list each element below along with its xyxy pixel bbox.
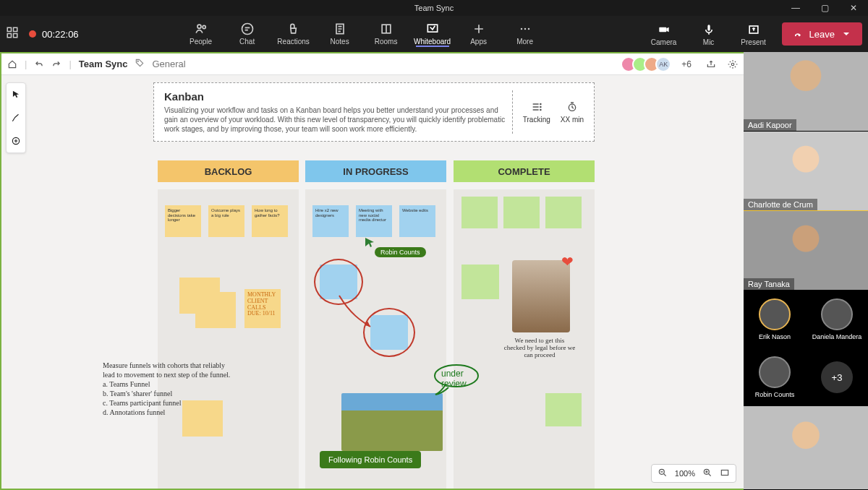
image-elephant[interactable]	[341, 393, 443, 451]
sticky-note[interactable]	[461, 197, 498, 228]
svg-rect-13	[659, 27, 666, 32]
participant-video-panel: Aadi Kapoor Charlotte de Crum Ray Tanaka…	[744, 52, 868, 490]
pointer-tool[interactable]	[7, 83, 25, 106]
add-tool[interactable]	[7, 129, 25, 152]
svg-point-11	[524, 27, 526, 30]
meeting-toolbar: 00:22:06 People Chat Reactions Notes Roo…	[0, 16, 868, 52]
participant-mini-row: Erik Nason Daniela Mandera	[744, 291, 868, 348]
image-dog[interactable]	[512, 260, 570, 332]
zoom-controls: 100%	[651, 464, 736, 483]
people-button[interactable]: People	[184, 22, 218, 47]
chevron-down-icon	[841, 28, 852, 40]
sticky-note[interactable]: Bigger decisions take longer	[165, 205, 201, 237]
svg-point-6	[242, 23, 252, 34]
minimize-button[interactable]: ―	[781, 0, 810, 16]
kanban-desc: Visualizing your workflow and tasks on a…	[164, 106, 512, 134]
zoom-out-button[interactable]	[658, 468, 668, 479]
svg-point-5	[203, 25, 205, 28]
reactions-button[interactable]: Reactions	[277, 22, 310, 47]
fit-screen-button[interactable]	[720, 468, 730, 479]
svg-point-16	[138, 61, 139, 61]
chat-button[interactable]: Chat	[231, 22, 264, 47]
timer-tag: XX min	[561, 101, 584, 124]
present-button[interactable]: Present	[737, 22, 770, 46]
sticky-note[interactable]	[545, 393, 582, 426]
heart-icon: ❤	[561, 253, 574, 270]
window-title: Team Sync	[414, 4, 454, 12]
home-icon[interactable]	[7, 59, 17, 69]
more-participants-count[interactable]: +6	[681, 59, 692, 69]
redo-button[interactable]	[51, 59, 61, 69]
participant-avatars[interactable]: AK	[625, 56, 671, 72]
svg-rect-2	[7, 34, 11, 38]
window-controls: ― ▢ ✕	[781, 0, 868, 16]
sticky-note[interactable]: MONTHLY CLIENT CALLS DUE: 10/11	[244, 289, 281, 328]
svg-point-17	[731, 63, 734, 66]
sticky-note[interactable]: Outcome plays a big role	[208, 205, 244, 237]
maximize-button[interactable]: ▢	[810, 0, 839, 16]
tag-icon[interactable]	[135, 58, 145, 70]
column-header-inprogress: IN PROGRESS	[305, 160, 446, 182]
mic-button[interactable]: Mic	[692, 22, 726, 46]
svg-rect-9	[427, 25, 437, 32]
svg-rect-14	[707, 25, 710, 30]
svg-rect-0	[7, 27, 11, 31]
sticky-note[interactable]	[195, 292, 236, 328]
close-button[interactable]: ✕	[839, 0, 868, 16]
sticky-note[interactable]	[503, 197, 540, 228]
sticky-note[interactable]	[461, 265, 499, 299]
window-titlebar: Team Sync ― ▢ ✕	[0, 0, 868, 16]
svg-rect-1	[14, 27, 17, 31]
participant-video[interactable]	[744, 406, 868, 490]
svg-point-12	[527, 27, 529, 30]
kanban-header: Kanban Visualizing your workflow and tas…	[153, 82, 595, 142]
participant-video[interactable]: Ray Tanaka	[744, 211, 868, 291]
remote-cursor-icon	[365, 237, 375, 247]
remote-cursor-label: Robin Counts	[375, 247, 426, 257]
sticky-note[interactable]: Hire x2 new designers	[312, 205, 349, 237]
pen-tool[interactable]	[7, 106, 25, 129]
svg-point-19	[540, 103, 540, 104]
avatar[interactable]: AK	[655, 56, 671, 72]
apps-button[interactable]: Apps	[462, 22, 495, 47]
notes-button[interactable]: Notes	[323, 22, 357, 47]
following-indicator[interactable]: Following Robin Counts	[320, 451, 421, 468]
undo-button[interactable]	[34, 59, 44, 69]
share-icon[interactable]	[706, 59, 716, 69]
svg-point-10	[520, 27, 522, 30]
zoom-in-button[interactable]	[702, 468, 712, 479]
grid-icon[interactable]	[6, 26, 19, 42]
participant-mini[interactable]: Robin Counts	[744, 348, 806, 406]
camera-button[interactable]: Camera	[647, 22, 681, 46]
participant-mini[interactable]: Daniela Mandera	[806, 291, 868, 348]
participant-video[interactable]: Charlotte de Crum	[744, 132, 868, 211]
annotation-arrow	[336, 292, 379, 335]
participant-mini-row: Robin Counts +3	[744, 348, 868, 406]
board-title: Team Sync	[79, 59, 128, 69]
column-header-complete: COMPLETE	[454, 160, 595, 182]
whiteboard-button[interactable]: Whiteboard	[416, 22, 449, 47]
tracking-tag: Tracking	[523, 101, 550, 124]
whiteboard-canvas[interactable]: Kanban Visualizing your workflow and tas…	[1, 75, 744, 489]
sticky-note[interactable]	[545, 197, 582, 228]
whiteboard-canvas-wrap: | | Team Sync General AK +6	[0, 52, 744, 490]
recording-timer: 00:22:06	[42, 29, 79, 40]
image-caption: We need to get this checked by legal bef…	[503, 337, 576, 358]
recording-indicator: 00:22:06	[29, 29, 79, 40]
column-header-backlog: BACKLOG	[158, 160, 299, 182]
drawing-tool-strip	[6, 82, 26, 153]
leave-button[interactable]: Leave	[782, 22, 862, 46]
rooms-button[interactable]: Rooms	[370, 22, 403, 47]
svg-point-4	[197, 25, 201, 28]
participant-video[interactable]: Aadi Kapoor	[744, 52, 868, 132]
more-button[interactable]: More	[509, 22, 542, 47]
settings-icon[interactable]	[728, 59, 738, 69]
channel-name: General	[152, 59, 185, 69]
svg-rect-26	[721, 470, 728, 476]
sticky-note[interactable]: Meeting with new social media director	[356, 205, 392, 237]
canvas-header: | | Team Sync General AK +6	[1, 53, 744, 75]
more-participants-button[interactable]: +3	[806, 348, 868, 406]
sticky-note[interactable]: Website edits	[399, 205, 435, 237]
sticky-note[interactable]: How long to gather facts?	[252, 205, 288, 237]
participant-mini[interactable]: Erik Nason	[744, 291, 806, 348]
